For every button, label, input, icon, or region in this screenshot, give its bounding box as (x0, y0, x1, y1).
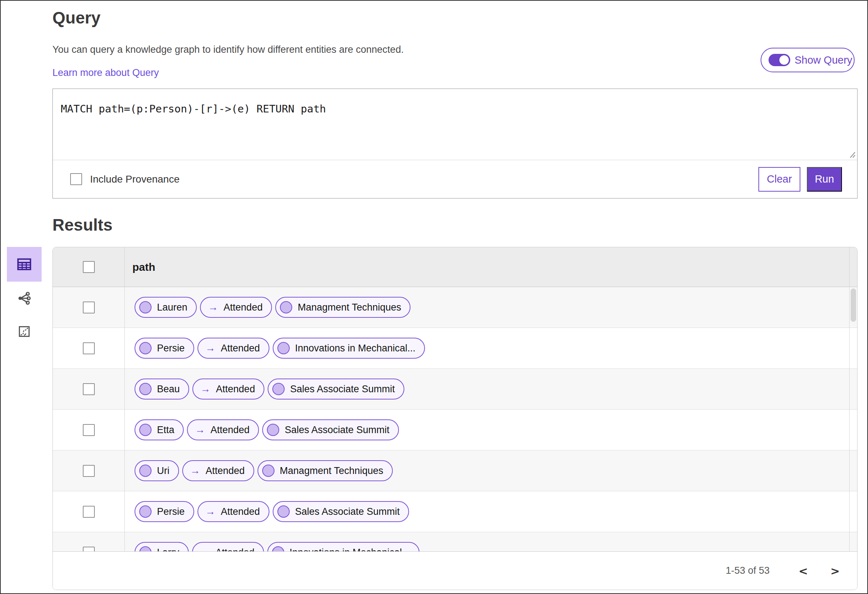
clear-button[interactable]: Clear (759, 167, 800, 192)
node-icon (139, 546, 152, 552)
results-table: path Lauren →Attended Managment Techniqu… (52, 247, 858, 590)
node-pill[interactable]: Lauren (134, 297, 197, 318)
scrollbar-thumb[interactable] (851, 289, 856, 322)
row-checkbox[interactable] (83, 342, 95, 354)
table-row[interactable]: Persie →Attended Innovations in Mechanic… (53, 328, 857, 369)
show-query-toggle-button[interactable]: Show Query (760, 48, 855, 72)
node-label: Innovations in Mechanical... (295, 343, 416, 354)
node-label: Sales Associate Summit (290, 383, 395, 395)
node-pill[interactable]: Beau (134, 379, 189, 399)
node-icon (267, 424, 279, 436)
edge-pill[interactable]: →Attended (198, 338, 269, 359)
node-label: Sales Associate Summit (295, 506, 400, 517)
node-pill[interactable]: Innovations in Mechanical... (273, 338, 425, 359)
node-label: Larry (157, 547, 179, 552)
node-icon (272, 383, 285, 395)
table-row[interactable]: Etta →Attended Sales Associate Summit (53, 410, 857, 451)
table-row[interactable]: Larry →Attended Innovations in Mechanica… (53, 532, 857, 552)
row-checkbox[interactable] (83, 547, 95, 552)
graph-view-button[interactable] (7, 282, 41, 315)
node-icon (278, 342, 290, 354)
learn-more-link[interactable]: Learn more about Query (52, 67, 159, 78)
edge-pill[interactable]: →Attended (198, 501, 269, 522)
toggle-knob (779, 55, 789, 65)
node-icon (262, 464, 275, 477)
node-pill[interactable]: Sales Associate Summit (268, 379, 404, 399)
edge-pill[interactable]: →Attended (192, 379, 264, 399)
arrow-right-icon: → (205, 342, 216, 354)
table-body: Lauren →Attended Managment Techniques Pe… (53, 287, 857, 552)
table-row[interactable]: Beau →Attended Sales Associate Summit (53, 369, 857, 410)
row-checkbox-cell (53, 532, 125, 552)
row-checkbox[interactable] (83, 506, 95, 518)
node-icon (280, 301, 292, 314)
node-pill[interactable]: Managment Techniques (275, 297, 410, 318)
pagination-bar: 1-53 of 53 < > (53, 551, 857, 590)
table-view-button[interactable] (7, 247, 41, 282)
node-icon (139, 424, 152, 436)
query-editor[interactable]: MATCH path=(p:Person)-[r]->(e) RETURN pa… (53, 89, 857, 160)
show-query-label: Show Query (794, 54, 852, 66)
node-label: Persie (157, 506, 185, 517)
edge-pill[interactable]: →Attended (187, 419, 259, 440)
node-pill[interactable]: Managment Techniques (257, 460, 393, 481)
chart-view-icon (17, 324, 31, 339)
edge-label: Attended (216, 383, 255, 395)
row-checkbox-cell (53, 328, 125, 368)
include-provenance-label: Include Provenance (90, 174, 180, 185)
node-pill[interactable]: Uri (134, 460, 179, 481)
select-all-checkbox[interactable] (83, 261, 95, 273)
pagination-range: 1-53 of 53 (725, 565, 770, 576)
edge-pill[interactable]: →Attended (192, 542, 264, 552)
row-checkbox[interactable] (83, 424, 95, 436)
page-description: You can query a knowledge graph to ident… (52, 44, 404, 55)
table-row[interactable]: Uri →Attended Managment Techniques (53, 451, 857, 491)
chevron-right-icon[interactable]: > (830, 565, 840, 577)
node-icon (139, 383, 152, 395)
node-pill[interactable]: Larry (134, 542, 189, 552)
row-checkbox[interactable] (83, 302, 95, 314)
table-view-icon (16, 256, 32, 273)
node-icon (272, 546, 284, 552)
run-button[interactable]: Run (807, 167, 842, 192)
table-row[interactable]: Persie →Attended Sales Associate Summit (53, 491, 857, 532)
node-pill[interactable]: Persie (134, 501, 194, 522)
results-title: Results (52, 215, 112, 234)
chevron-left-icon[interactable]: < (799, 565, 808, 577)
row-checkbox-cell (53, 369, 125, 409)
select-all-cell (53, 247, 125, 287)
node-pill[interactable]: Etta (134, 419, 184, 440)
row-checkbox[interactable] (83, 383, 95, 395)
edge-label: Attended (211, 424, 249, 436)
table-header-row: path (53, 247, 857, 287)
resize-handle-icon[interactable] (847, 152, 855, 158)
row-checkbox-cell (53, 410, 125, 450)
chart-view-button[interactable] (7, 315, 41, 348)
row-checkbox-cell (53, 287, 125, 327)
toggle-on-icon[interactable] (769, 54, 790, 66)
node-icon (278, 506, 290, 518)
arrow-right-icon: → (195, 424, 205, 436)
edge-pill[interactable]: →Attended (182, 460, 254, 481)
query-input[interactable]: MATCH path=(p:Person)-[r]->(e) RETURN pa… (61, 103, 843, 115)
node-label: Lauren (157, 302, 187, 313)
node-label: Innovations in Mechanical... (290, 547, 410, 552)
node-icon (139, 301, 152, 314)
row-checkbox[interactable] (83, 465, 95, 477)
results-view-sidebar (7, 247, 41, 348)
node-pill[interactable]: Persie (134, 338, 194, 359)
node-pill[interactable]: Sales Associate Summit (262, 419, 399, 440)
edge-label: Attended (216, 547, 255, 552)
edge-label: Attended (221, 506, 260, 517)
node-label: Managment Techniques (280, 465, 383, 476)
table-row[interactable]: Lauren →Attended Managment Techniques (53, 287, 857, 328)
include-provenance-checkbox[interactable] (70, 173, 82, 185)
node-pill[interactable]: Innovations in Mechanical... (267, 542, 419, 552)
edge-label: Attended (223, 302, 263, 313)
node-pill[interactable]: Sales Associate Summit (273, 501, 409, 522)
node-icon (139, 506, 152, 518)
edge-pill[interactable]: →Attended (200, 297, 272, 318)
page-title: Query (52, 8, 100, 28)
graph-view-icon (17, 291, 32, 306)
vertical-scrollbar[interactable] (849, 247, 857, 552)
